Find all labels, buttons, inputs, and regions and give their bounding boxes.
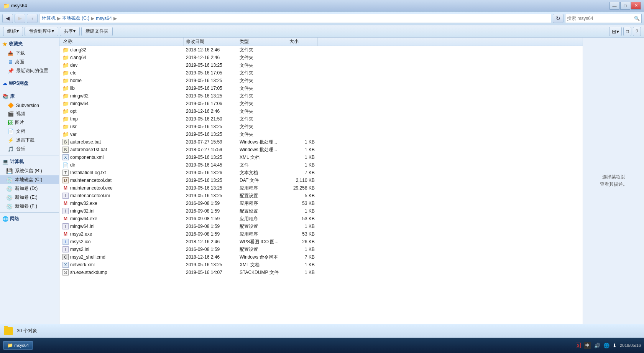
sidebar-item-doc[interactable]: 📄 文档	[0, 127, 59, 136]
help-button[interactable]: ?	[633, 27, 641, 36]
table-row[interactable]: M mingw64.exe 2016-09-08 1:59 应用程序 53 KB	[59, 215, 583, 223]
table-row[interactable]: B autorebase1st.bat 2018-07-27 15:59 Win…	[59, 146, 583, 153]
breadcrumb-item-disk[interactable]: 本地磁盘 (C:)	[62, 15, 89, 21]
add-to-library-button[interactable]: 包含到库中▾	[25, 27, 58, 36]
file-name-cell: M mingw32.exe	[61, 200, 184, 206]
sidebar-item-subversion[interactable]: 🔶 Subversion	[0, 101, 59, 109]
image-icon: 🖼	[8, 120, 13, 125]
sidebar-item-thunder[interactable]: ⚡ 迅雷下载	[0, 136, 59, 145]
table-row[interactable]: X components.xml 2019-05-16 13:25 XML 文档…	[59, 153, 583, 161]
sidebar-item-drive-e[interactable]: 💿 新加卷 (E:)	[0, 193, 59, 202]
table-row[interactable]: 📁 mingw64 2019-05-16 17:06 文件夹	[59, 100, 583, 107]
maximize-button[interactable]: □	[620, 2, 630, 10]
col-header-name[interactable]: 名称	[61, 38, 184, 46]
table-row[interactable]: 📁 mingw32 2019-05-16 13:25 文件夹	[59, 92, 583, 100]
table-row[interactable]: 📁 tmp 2019-05-16 21:50 文件夹	[59, 115, 583, 123]
table-row[interactable]: 📄 dir 2019-05-16 14:45 文件 1 KB	[59, 161, 583, 169]
taskbar-explorer-button[interactable]: 📁 msys64	[3, 341, 33, 350]
table-row[interactable]: 📁 home 2019-05-16 13:25 文件夹	[59, 77, 583, 84]
breadcrumb-item-current[interactable]: msys64	[96, 16, 112, 21]
sidebar-item-recent[interactable]: 📌 最近访问的位置	[0, 66, 59, 75]
table-row[interactable]: 📁 var 2019-05-16 13:25 文件夹	[59, 130, 583, 138]
table-row[interactable]: X network.xml 2019-05-16 13:25 XML 文档 1 …	[59, 261, 583, 269]
breadcrumb-item-computer[interactable]: 计算机	[42, 15, 56, 21]
refresh-button[interactable]: ↻	[553, 14, 564, 23]
sidebar-computer-header[interactable]: 💻 计算机	[0, 157, 59, 167]
taskbar-input-icon[interactable]: 中	[584, 342, 591, 349]
forward-button[interactable]: ▶	[15, 14, 25, 23]
table-row[interactable]: M mingw32.exe 2016-09-08 1:59 应用程序 53 KB	[59, 200, 583, 207]
file-name: msys2.ini	[70, 247, 89, 252]
file-date-cell: 2018-07-27 15:59	[184, 139, 237, 145]
file-icon: 📁	[62, 54, 69, 61]
sidebar-item-video[interactable]: 🎬 视频	[0, 109, 59, 118]
table-row[interactable]: I maintenancetool.ini 2019-05-16 13:25 配…	[59, 192, 583, 200]
close-button[interactable]: ✕	[631, 2, 641, 10]
table-row[interactable]: I mingw32.ini 2016-09-08 1:59 配置设置 1 KB	[59, 207, 583, 215]
file-type-cell: 配置设置	[237, 193, 287, 199]
view-icon-button[interactable]: ⊞▾	[609, 27, 622, 36]
table-row[interactable]: M maintenancetool.exe 2019-05-16 13:25 应…	[59, 184, 583, 192]
col-header-date[interactable]: 修改日期	[184, 38, 237, 46]
table-row[interactable]: M msys2.exe 2016-09-08 1:59 应用程序 53 KB	[59, 230, 583, 238]
preview-button[interactable]: □	[623, 27, 631, 36]
sidebar-wps-header[interactable]: ☁ WPS网盘	[0, 79, 59, 88]
divider-1	[0, 77, 59, 77]
table-row[interactable]: I msys2.ini 2016-09-08 1:59 配置设置 1 KB	[59, 246, 583, 253]
desktop-icon: 🖥	[8, 59, 13, 65]
file-name-cell: 📁 dev	[61, 62, 184, 68]
file-icon: D	[62, 177, 69, 183]
new-folder-button[interactable]: 新建文件夹	[81, 27, 113, 36]
table-row[interactable]: 📁 usr 2019-05-16 13:25 文件夹	[59, 123, 583, 130]
col-header-size[interactable]: 大小	[287, 38, 318, 46]
file-size-cell: 1 KB	[287, 247, 318, 252]
sidebar-library-header[interactable]: 📚 库	[0, 92, 59, 101]
sidebar-item-drive-b[interactable]: 💾 系统保留 (B:)	[0, 167, 59, 175]
sidebar-network-header[interactable]: 🌐 网络	[0, 214, 59, 224]
search-icon[interactable]: 🔍	[634, 16, 640, 21]
table-row[interactable]: D maintenancetool.dat 2019-05-16 13:25 D…	[59, 176, 583, 184]
minimize-button[interactable]: —	[610, 2, 619, 10]
file-icon: M	[62, 185, 69, 191]
file-size-cell: 1 KB	[287, 139, 318, 145]
file-icon: 📁	[62, 78, 69, 84]
share-button[interactable]: 共享▾	[60, 27, 80, 36]
file-type-cell: 文本文档	[237, 170, 287, 176]
table-row[interactable]: i msys2.ico 2018-12-16 2:46 WPS看图 ICO 图.…	[59, 238, 583, 246]
table-row[interactable]: T InstallationLog.txt 2019-05-16 13:26 文…	[59, 169, 583, 176]
file-date-cell: 2019-05-16 14:07	[184, 270, 237, 275]
table-row[interactable]: 📁 opt 2018-12-16 2:46 文件夹	[59, 107, 583, 115]
file-date-cell: 2016-09-08 1:59	[184, 247, 237, 252]
sidebar-item-music[interactable]: 🎵 音乐	[0, 145, 59, 153]
table-row[interactable]: 📁 etc 2019-05-16 17:05 文件夹	[59, 69, 583, 77]
status-folder-icon	[4, 327, 13, 335]
table-row[interactable]: S sh.exe.stackdump 2019-05-16 14:07 STAC…	[59, 269, 583, 276]
sidebar-item-image[interactable]: 🖼 图片	[0, 118, 59, 127]
table-row[interactable]: 📁 clang32 2018-12-16 2:46 文件夹	[59, 46, 583, 54]
sidebar-item-download[interactable]: 📥 下载	[0, 49, 59, 58]
video-icon: 🎬	[8, 111, 14, 117]
search-input[interactable]	[567, 16, 632, 21]
table-row[interactable]: B autorebase.bat 2018-07-27 15:59 Window…	[59, 138, 583, 146]
col-header-type[interactable]: 类型	[237, 38, 287, 46]
file-size-cell: 53 KB	[287, 231, 318, 237]
file-type-cell: 文件夹	[237, 101, 287, 107]
sidebar-item-drive-d[interactable]: 💿 新加卷 (D:)	[0, 184, 59, 193]
title-bar-controls[interactable]: — □ ✕	[610, 2, 641, 10]
sidebar-item-drive-f[interactable]: 💿 新加卷 (F:)	[0, 202, 59, 211]
up-button[interactable]: ↑	[27, 14, 38, 23]
table-row[interactable]: 📁 lib 2019-05-16 17:05 文件夹	[59, 84, 583, 92]
file-type-cell: 配置设置	[237, 246, 287, 253]
organize-button[interactable]: 组织▾	[3, 27, 23, 36]
back-button[interactable]: ◀	[2, 14, 13, 23]
sidebar-favorites-header[interactable]: ★ 收藏夹	[0, 39, 59, 49]
table-row[interactable]: 📁 clang64 2018-12-16 2:46 文件夹	[59, 54, 583, 61]
taskbar-download-icon: ⬇	[613, 343, 617, 348]
file-name-cell: S sh.exe.stackdump	[61, 269, 184, 275]
table-row[interactable]: 📁 dev 2019-05-16 13:25 文件夹	[59, 61, 583, 69]
search-bar[interactable]: 🔍	[565, 14, 642, 23]
sidebar-item-drive-c[interactable]: 💿 本地磁盘 (C:)	[0, 175, 59, 184]
table-row[interactable]: I mingw64.ini 2016-09-08 1:59 配置设置 1 KB	[59, 223, 583, 230]
sidebar-item-desktop[interactable]: 🖥 桌面	[0, 58, 59, 66]
table-row[interactable]: C msys2_shell.cmd 2018-12-16 2:46 Window…	[59, 253, 583, 261]
